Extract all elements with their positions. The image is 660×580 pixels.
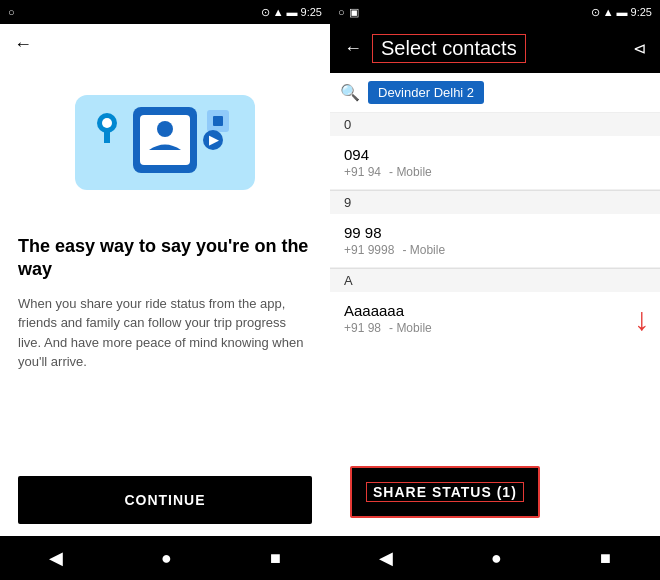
search-bar: 🔍 Devinder Delhi 2 [330,73,660,113]
right-time: 9:25 [631,6,652,18]
right-battery-icon: ▬ [617,6,628,18]
svg-point-4 [102,118,112,128]
right-panel: ○ ▣ ⊙ ▲ ▬ 9:25 ← Select contacts ⊲ 🔍 Dev… [330,0,660,580]
contact-item-094[interactable]: 094 +91 94 - Mobile [330,136,660,190]
section-header-9: 9 [330,191,660,214]
contact-item-aaaaaaa[interactable]: Aaaaaaa +91 98 - Mobile [330,292,634,345]
right-bottom-nav: ◀ ● ■ [330,536,660,580]
share-status-container: SHARE STATUS (1) [330,458,660,536]
page-title: Select contacts [372,34,526,63]
right-back-button[interactable]: ← [344,38,362,59]
contact-detail: +91 94 - Mobile [344,165,646,179]
location-icon: ⊙ [261,6,270,19]
right-signal-icon: ▲ [603,6,614,18]
left-panel: ○ ⊙ ▲ ▬ 9:25 ← [0,0,330,580]
right-back-nav-icon[interactable]: ◀ [379,547,393,569]
status-bar-left-icons: ○ [8,6,15,18]
contact-row-aaaaaaa: Aaaaaaa +91 98 - Mobile ↓ [330,292,660,345]
right-notification-icon: ○ [338,6,345,18]
right-location-icon: ⊙ [591,6,600,19]
svg-rect-9 [213,116,223,126]
contact-name: 99 98 [344,224,646,241]
contact-type: - Mobile [389,321,432,335]
left-top-nav: ← [0,24,330,65]
home-nav-icon[interactable]: ● [161,548,172,569]
contact-name: 094 [344,146,646,163]
share-status-button[interactable]: SHARE STATUS (1) [350,466,540,518]
contact-detail: +91 9998 - Mobile [344,243,646,257]
back-button[interactable]: ← [14,34,32,54]
recents-nav-icon[interactable]: ■ [270,548,281,569]
ride-illustration: ▶ [65,85,265,215]
right-recents-nav-icon[interactable]: ■ [600,548,611,569]
right-nav-left: ← Select contacts [344,34,526,63]
contact-item-9998[interactable]: 99 98 +91 9998 - Mobile [330,214,660,268]
svg-rect-3 [104,129,110,143]
contact-name: Aaaaaaa [344,302,620,319]
left-bottom-nav: ◀ ● ■ [0,536,330,580]
contacts-list: 0 094 +91 94 - Mobile 9 99 98 +91 9998 -… [330,113,660,458]
battery-icon: ▬ [287,6,298,18]
right-status-right: ⊙ ▲ ▬ 9:25 [591,6,652,19]
right-top-nav: ← Select contacts ⊲ [330,24,660,73]
contact-phone: +91 9998 [344,243,394,257]
right-status-bar: ○ ▣ ⊙ ▲ ▬ 9:25 [330,0,660,24]
share-icon[interactable]: ⊲ [633,39,646,58]
back-nav-icon[interactable]: ◀ [49,547,63,569]
description-text: When you share your ride status from the… [18,294,312,372]
svg-point-7 [157,121,173,137]
right-gallery-icon: ▣ [349,6,359,19]
contact-detail: +91 98 - Mobile [344,321,620,335]
contact-type: - Mobile [402,243,445,257]
selected-contact-tag[interactable]: Devinder Delhi 2 [368,81,484,104]
search-icon[interactable]: 🔍 [340,83,360,102]
section-header-a: A [330,269,660,292]
time-left: 9:25 [301,6,322,18]
continue-button[interactable]: CONTINUE [18,476,312,524]
right-home-nav-icon[interactable]: ● [491,548,502,569]
content-area: The easy way to say you're on the way Wh… [0,225,330,476]
scroll-down-indicator: ↓ [634,303,650,335]
share-status-label: SHARE STATUS (1) [366,482,524,502]
left-status-bar: ○ ⊙ ▲ ▬ 9:25 [0,0,330,24]
contact-type: - Mobile [389,165,432,179]
notification-icon: ○ [8,6,15,18]
right-status-left: ○ ▣ [338,6,359,19]
contact-phone: +91 98 [344,321,381,335]
contact-phone: +91 94 [344,165,381,179]
svg-text:▶: ▶ [209,133,219,147]
illustration-area: ▶ [0,65,330,225]
main-title: The easy way to say you're on the way [18,235,312,282]
status-bar-right: ⊙ ▲ ▬ 9:25 [261,6,322,19]
section-header-0: 0 [330,113,660,136]
signal-icon: ▲ [273,6,284,18]
